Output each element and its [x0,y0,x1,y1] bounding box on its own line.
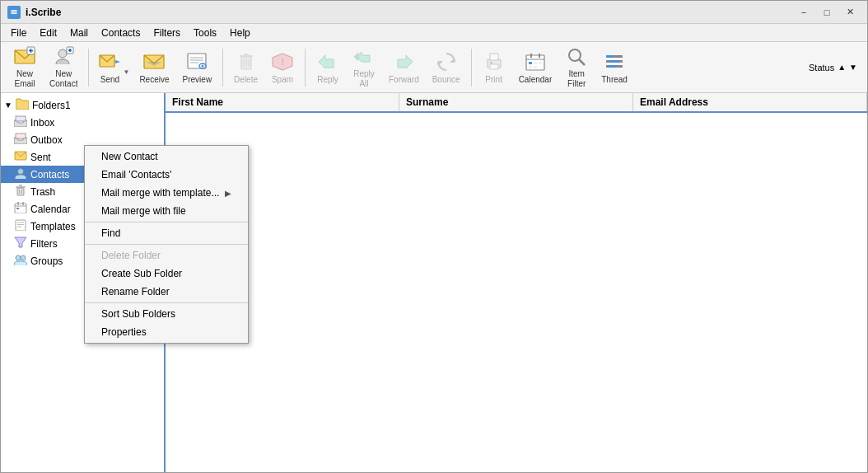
sidebar-item-inbox[interactable]: Inbox [1,114,164,131]
col-email[interactable]: Email Address [633,93,867,111]
svg-point-4 [58,49,67,58]
reply-icon [316,50,339,73]
contacts-icon [14,167,27,181]
outbox-icon [14,133,27,147]
svg-point-68 [16,255,21,260]
item-filter-icon [565,46,588,68]
svg-point-17 [202,64,204,67]
menu-mail[interactable]: Mail [63,26,95,40]
item-filter-button[interactable]: ItemFilter [559,45,594,90]
menu-edit[interactable]: Edit [33,26,63,40]
close-button[interactable]: ✕ [839,5,861,20]
menu-contacts[interactable]: Contacts [95,26,147,40]
send-icon [98,50,121,73]
filters-label: Filters [30,238,58,250]
delete-icon [235,50,258,73]
svg-rect-50 [16,133,26,138]
new-email-label: NewEmail [14,69,35,89]
ctx-mail-merge-file-label: Mail merge with file [101,205,186,217]
inbox-icon [14,115,27,129]
svg-line-42 [579,59,585,65]
menu-tools[interactable]: Tools [187,26,223,40]
thread-label: Thread [601,75,628,85]
svg-rect-38 [539,62,542,64]
send-dropdown-arrow[interactable]: ▼ [123,68,129,87]
send-label: Send [100,75,119,85]
title-bar-controls: − □ ✕ [793,5,861,20]
spam-label: Spam [272,75,293,85]
groups-label: Groups [30,255,63,267]
new-email-button[interactable]: NewEmail [7,45,42,90]
menu-file[interactable]: File [4,26,33,40]
svg-marker-67 [15,237,26,247]
ctx-rename-folder[interactable]: Rename Folder [85,283,248,301]
status-up-icon[interactable]: ▲ [838,63,846,72]
minimize-button[interactable]: − [793,5,814,20]
ctx-mail-merge-template[interactable]: Mail merge with template... ▶ [85,184,248,202]
svg-marker-26 [450,58,455,63]
filters-icon [14,236,27,251]
svg-rect-29 [490,54,498,60]
svg-rect-36 [529,62,532,64]
svg-rect-47 [609,60,619,63]
sidebar-item-folders1[interactable]: ▼ Folders1 [1,96,164,114]
content-area: First Name Surname Email Address [166,93,867,472]
col-surname[interactable]: Surname [399,93,633,111]
templates-icon [14,219,27,233]
title-bar: ✉ i.Scribe − □ ✕ [1,1,867,24]
svg-point-41 [569,49,581,61]
calendar-button[interactable]: Calendar [513,45,558,90]
calendar-sidebar-label: Calendar [30,204,71,215]
ctx-properties-label: Properties [101,326,147,338]
window-title: i.Scribe [26,7,61,18]
thread-icon [603,50,626,73]
receive-button[interactable]: Receive [133,45,175,90]
ctx-find[interactable]: Find [85,224,248,242]
new-contact-icon [52,46,75,68]
menu-filters[interactable]: Filters [147,26,187,40]
ctx-email-contacts[interactable]: Email 'Contacts' [85,166,248,184]
ctx-new-contact[interactable]: New Contact [85,148,248,166]
reply-button[interactable]: Reply [310,45,345,90]
col-first-name[interactable]: First Name [166,93,399,111]
status-down-icon[interactable]: ▼ [849,63,857,72]
send-button[interactable]: Send ▼ [94,45,132,90]
bounce-icon [435,50,458,73]
print-label: Print [485,75,502,85]
delete-label: Delete [234,75,258,85]
maximize-button[interactable]: □ [816,5,838,20]
new-contact-button[interactable]: NewContact [44,45,83,90]
thread-button[interactable]: Thread [595,45,633,90]
svg-rect-40 [534,66,537,68]
receive-icon [142,50,166,73]
ctx-sort-sub-folders[interactable]: Sort Sub Folders [85,305,248,323]
svg-point-52 [18,169,24,175]
ctx-rename-folder-label: Rename Folder [101,286,170,297]
forward-button[interactable]: Forward [383,45,425,90]
svg-rect-31 [490,62,492,63]
svg-marker-24 [273,54,292,70]
item-filter-label: ItemFilter [567,69,586,89]
separator-4 [471,49,472,87]
delete-button[interactable]: Delete [228,45,264,90]
print-button[interactable]: Print [477,45,511,90]
groups-icon [14,254,27,268]
spam-button[interactable]: ! Spam [265,45,300,90]
preview-label: Preview [183,75,212,85]
ctx-mail-merge-file[interactable]: Mail merge with file [85,202,248,220]
receive-label: Receive [139,75,169,85]
svg-marker-9 [115,60,120,63]
new-email-icon [13,46,36,68]
print-icon [483,50,506,73]
bounce-button[interactable]: Bounce [427,45,466,90]
title-bar-left: ✉ i.Scribe [7,6,61,19]
svg-text:!: ! [281,57,284,67]
ctx-properties[interactable]: Properties [85,323,248,341]
svg-rect-37 [534,62,537,64]
svg-rect-28 [488,59,501,68]
preview-button[interactable]: Preview [177,45,218,90]
ctx-create-sub-folder[interactable]: Create Sub Folder [85,265,248,283]
reply-all-button[interactable]: ReplyAll [347,45,381,90]
menu-help[interactable]: Help [223,26,257,40]
ctx-new-contact-label: New Contact [101,151,158,162]
